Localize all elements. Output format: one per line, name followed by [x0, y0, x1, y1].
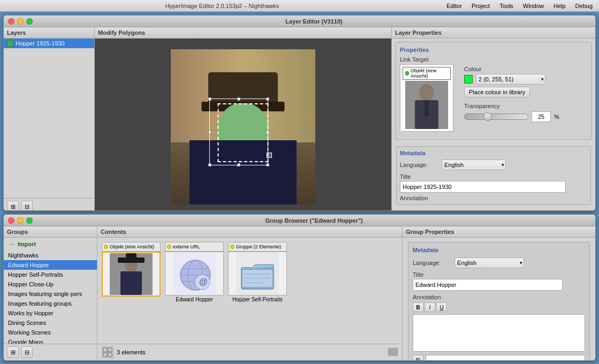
menu-debug[interactable]: Debug [571, 2, 597, 10]
group-add-button[interactable]: ⊞ [7, 346, 19, 358]
painting-image [171, 49, 315, 204]
group-item-6[interactable]: Works by Hopper [4, 308, 97, 318]
bold-button[interactable]: B [413, 302, 423, 312]
group-item-1[interactable]: Edward Hopper [4, 260, 97, 270]
gb-maximize-button[interactable] [26, 217, 33, 224]
link-target-item-label: Objekt (eine Ansicht) [403, 67, 451, 80]
content-item-1[interactable]: externe URL [165, 242, 224, 302]
group-item-5[interactable]: Images featuring groups [4, 299, 97, 308]
maximize-button[interactable] [26, 18, 33, 25]
svg-point-1 [419, 84, 434, 101]
globe-svg: @ [173, 253, 216, 294]
metadata-section-title: Metadata [400, 150, 587, 156]
svg-rect-8 [118, 257, 145, 263]
menu-tools[interactable]: Tools [495, 2, 518, 10]
slider-thumb[interactable] [483, 112, 492, 121]
colour-label: Colour [464, 66, 559, 72]
layers-panel-title: Layers [4, 27, 94, 39]
chain-link-icon[interactable]: ⛓ [413, 355, 423, 361]
group-item-4[interactable]: Images featuring single pers [4, 289, 97, 299]
content-item-1-thumb: @ [165, 252, 223, 295]
modify-polygons-panel: Modify Polygons [95, 27, 392, 211]
painting-canvas[interactable] [95, 39, 391, 211]
list-view-icon[interactable] [388, 347, 398, 358]
list-icon [388, 347, 398, 357]
layer-add-button[interactable]: ⊞ [7, 201, 19, 211]
yellow-dot-2-icon [230, 245, 234, 249]
annotation-label: Annotation [400, 195, 587, 201]
menu-help[interactable]: Help [549, 2, 570, 10]
link-url-input[interactable] [426, 355, 585, 361]
language-label: Language: [400, 162, 437, 168]
title-label: Title [400, 173, 587, 180]
contents-panel: Contents Objekt (eine Ansicht) [97, 226, 403, 360]
content-item-2-label: Gruppe (2 Elemente) [228, 242, 287, 252]
svg-rect-25 [103, 353, 107, 357]
content-item-0-thumb-wrapper [102, 252, 161, 297]
content-item-1-caption: Edward Hopper [176, 297, 213, 302]
group-remove-button[interactable]: ⊟ [21, 346, 33, 358]
percent-label: % [554, 113, 559, 120]
content-item-2[interactable]: Gruppe (2 Elemente) [228, 242, 287, 302]
menubar: HyperImage Editor 2.0.153p2 – Nighthawks… [0, 0, 599, 12]
layer-editor-content: Layers Hopper 1925-1930 ⊞ ⊟ [4, 27, 595, 211]
link-target-row: Link Target Objekt (eine Ansicht) [400, 56, 587, 132]
colour-row: 2 (0, 255, 51) [464, 74, 559, 85]
colour-select-wrapper: 2 (0, 255, 51) [476, 74, 545, 85]
link-target-box[interactable]: Objekt (eine Ansicht) [400, 64, 453, 132]
gp-title-label: Title [413, 271, 585, 278]
colour-select[interactable]: 2 (0, 255, 51) [476, 74, 545, 85]
group-browser-content: Groups → Import Nighthawks Edward Hopper… [4, 226, 595, 360]
layer-editor-title: Layer Editor (V3110) [37, 18, 591, 25]
bold-icon: B [416, 305, 420, 310]
transparency-slider[interactable] [464, 113, 528, 120]
group-browser-titlebar: Group Browser ("Edward Hopper") [4, 215, 595, 226]
properties-section: Properties Link Target Objekt (eine Ansi… [395, 42, 592, 140]
menu-editor[interactable]: Editor [442, 2, 466, 10]
title-input[interactable] [400, 181, 566, 193]
place-colour-button[interactable]: Place colour in library [464, 87, 530, 97]
content-item-1-label: externe URL [165, 242, 224, 252]
menu-project[interactable]: Project [467, 2, 494, 10]
minimize-button[interactable] [17, 18, 24, 25]
gb-minimize-button[interactable] [17, 217, 24, 224]
layer-item-0[interactable]: Hopper 1925-1930 [4, 39, 94, 48]
groups-panel-title: Groups [4, 226, 97, 238]
layer-editor-titlebar: Layer Editor (V3110) [4, 16, 595, 27]
content-item-0[interactable]: Objekt (eine Ansicht) [102, 242, 161, 298]
link-target-label: Link Target [400, 56, 453, 63]
annotation-textarea[interactable] [413, 314, 585, 352]
layer-remove-button[interactable]: ⊟ [21, 201, 33, 211]
gp-metadata-title: Metadata [413, 247, 585, 253]
annotation-toolbar: B I U [413, 302, 585, 312]
import-arrow-icon: → [8, 240, 16, 248]
groups-toolbar: ⊞ ⊟ [4, 344, 97, 360]
content-item-2-thumb [229, 252, 286, 295]
group-item-8[interactable]: Working Scenes [4, 328, 97, 337]
import-button[interactable]: → Import [4, 238, 97, 251]
layer-metadata-section: Metadata Language: English Titl [392, 143, 595, 208]
content-item-2-text: Gruppe (2 Elemente) [236, 244, 281, 249]
metadata-box: Metadata Language: English Titl [396, 146, 591, 205]
group-item-3[interactable]: Hopper Close-Up [4, 279, 97, 289]
svg-rect-6 [120, 271, 142, 295]
group-item-7[interactable]: Dining Scenes [4, 318, 97, 328]
group-item-9[interactable]: Google Maps [4, 337, 97, 344]
content-item-2-thumb-wrapper [228, 252, 287, 295]
italic-button[interactable]: I [424, 302, 435, 312]
underline-button[interactable]: U [436, 302, 447, 312]
language-row: Language: English [400, 160, 587, 170]
layers-panel: Layers Hopper 1925-1930 ⊞ ⊟ [4, 27, 95, 211]
annotation-link-row: ⛓ [413, 355, 585, 361]
transparency-value-input[interactable] [532, 111, 551, 122]
gp-title-input[interactable] [413, 279, 563, 291]
menu-window[interactable]: Window [519, 2, 548, 10]
gp-language-select[interactable]: English [454, 257, 524, 268]
transparency-container: Transparency % [464, 103, 559, 122]
close-button[interactable] [8, 18, 14, 25]
group-item-0[interactable]: Nighthawks [4, 251, 97, 260]
resize-handle[interactable] [267, 153, 272, 158]
gb-close-button[interactable] [8, 217, 14, 224]
language-select[interactable]: English [442, 160, 506, 170]
group-item-2[interactable]: Hopper Self-Portraits [4, 270, 97, 279]
